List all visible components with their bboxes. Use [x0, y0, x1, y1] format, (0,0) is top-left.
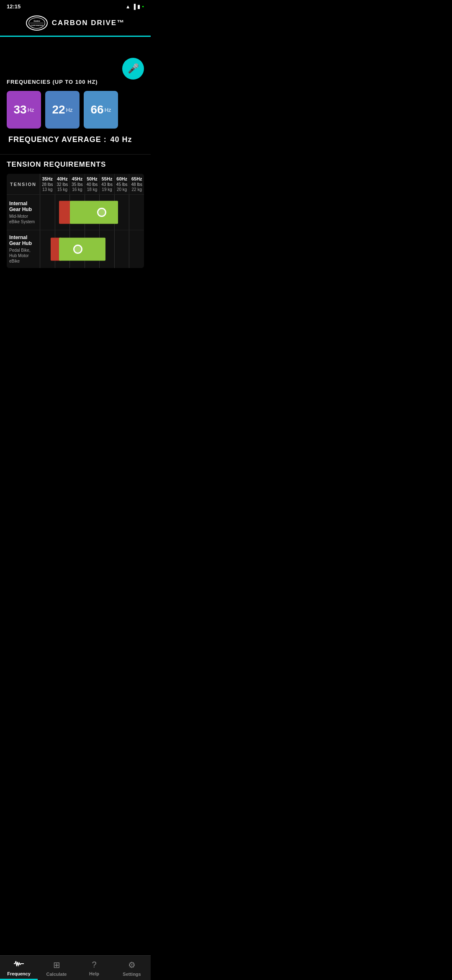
- freq-value-2: 66: [90, 103, 103, 116]
- frequency-boxes: 33 Hz 22 Hz 66 Hz: [7, 91, 144, 129]
- freq-box-0: 33 Hz: [7, 91, 41, 129]
- chart-row-0: Internal Gear HubMid-Motor eBike System: [7, 194, 144, 230]
- frequency-average: FREQUENCY AVERAGE : 40 Hz: [7, 135, 144, 144]
- green-bar-0: [70, 201, 118, 224]
- mic-icon: 🎤: [128, 63, 139, 74]
- freq-unit-0: Hz: [28, 107, 34, 113]
- logo-text: CARBON DRIVE™: [52, 19, 125, 27]
- tension-col-4: 55Hz43 lbs19 kg: [100, 174, 115, 194]
- frequency-section-label: FREQUENCIES (UP TO 100 HZ): [7, 79, 144, 85]
- chart-row-title-0: Internal Gear Hub: [9, 201, 37, 212]
- tension-table-header: TENSION 35Hz28 lbs13 kg40Hz32 lbs15 kg45…: [7, 174, 144, 194]
- status-icons: ▲ ▐ ▮ ●: [126, 4, 144, 10]
- grid-line-1-5: [115, 230, 130, 268]
- chart-row-sub-0: Mid-Motor eBike System: [9, 214, 37, 224]
- battery-dot: ●: [142, 5, 144, 8]
- tension-col-3: 50Hz40 lbs18 kg: [85, 174, 100, 194]
- grid-line-1-6: [129, 230, 144, 268]
- wifi-icon: ▲: [126, 4, 131, 10]
- grid-line-0-0: [40, 195, 55, 230]
- frequency-section: FREQUENCIES (UP TO 100 HZ) 33 Hz 22 Hz 6…: [0, 70, 151, 148]
- mic-button[interactable]: 🎤: [122, 58, 144, 80]
- tension-label-cell: TENSION: [7, 174, 40, 194]
- bar-indicator-0: [97, 208, 106, 217]
- chart-area: Internal Gear HubMid-Motor eBike SystemI…: [7, 194, 144, 268]
- signal-icon: ▐: [132, 4, 136, 10]
- tension-col-5: 60Hz45 lbs20 kg: [115, 174, 130, 194]
- chart-row-bars-0: [40, 195, 144, 230]
- tension-col-0: 35Hz28 lbs13 kg: [40, 174, 55, 194]
- svg-text:CORPORATION: CORPORATION: [31, 24, 43, 26]
- tension-table: TENSION 35Hz28 lbs13 kg40Hz32 lbs15 kg45…: [7, 174, 144, 268]
- bar-indicator-1: [73, 245, 82, 254]
- logo: Gates CORPORATION CARBON DRIVE™: [26, 15, 125, 31]
- freq-avg-label: FREQUENCY AVERAGE :: [8, 135, 107, 144]
- app-header: Gates CORPORATION CARBON DRIVE™: [0, 11, 151, 36]
- freq-unit-1: Hz: [66, 107, 73, 113]
- freq-unit-2: Hz: [105, 107, 111, 113]
- chart-row-sub-1: Pedal Bike, Hub Motor eBike: [9, 248, 37, 264]
- tension-label: TENSION: [10, 182, 36, 187]
- tension-section: TENSION REQUIREMENTS TENSION 35Hz28 lbs1…: [0, 155, 151, 268]
- battery-icon: ▮: [137, 4, 140, 10]
- grid-line-0-6: [129, 195, 144, 230]
- chart-row-label-0: Internal Gear HubMid-Motor eBike System: [7, 195, 40, 230]
- tension-col-1: 40Hz32 lbs15 kg: [55, 174, 70, 194]
- freq-value-0: 33: [13, 103, 26, 116]
- status-bar: 12:15 ▲ ▐ ▮ ●: [0, 0, 151, 11]
- freq-avg-value: 40 Hz: [110, 135, 132, 144]
- tension-col-6: 65Hz48 lbs22 kg: [129, 174, 144, 194]
- freq-box-1: 22 Hz: [45, 91, 80, 129]
- red-bar-0: [59, 201, 70, 224]
- chart-row-title-1: Internal Gear Hub: [9, 235, 37, 246]
- chart-row-1: Internal Gear HubPedal Bike, Hub Motor e…: [7, 230, 144, 268]
- status-time: 12:15: [7, 3, 21, 10]
- tension-cols: 35Hz28 lbs13 kg40Hz32 lbs15 kg45Hz35 lbs…: [40, 174, 144, 194]
- chart-row-bars-1: [40, 230, 144, 268]
- svg-text:Gates: Gates: [33, 20, 40, 22]
- freq-value-1: 22: [52, 103, 65, 116]
- freq-box-2: 66 Hz: [84, 91, 118, 129]
- chart-row-label-1: Internal Gear HubPedal Bike, Hub Motor e…: [7, 230, 40, 268]
- tension-col-2: 45Hz35 lbs16 kg: [70, 174, 85, 194]
- tension-title: TENSION REQUIREMENTS: [7, 160, 144, 169]
- logo-oval: Gates CORPORATION: [26, 15, 48, 31]
